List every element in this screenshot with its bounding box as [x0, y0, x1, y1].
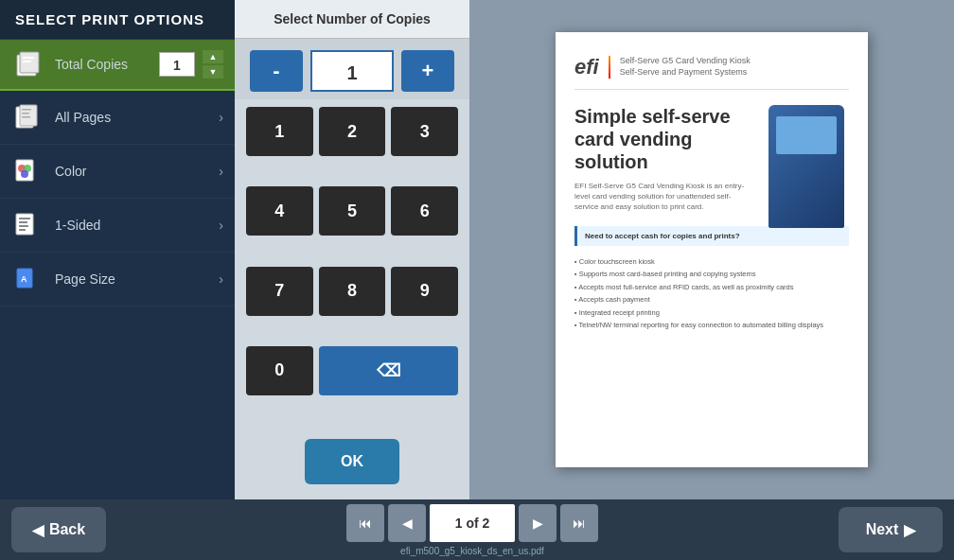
next-arrow-icon: ▶	[904, 521, 915, 539]
copies-value-display: 1	[159, 52, 195, 77]
numpad-value: 1	[310, 50, 394, 92]
numpad-display-area: - 1 +	[235, 39, 469, 99]
copies-value-wrapper: 1 ▲ ▼	[159, 49, 223, 79]
color-label: Color	[55, 164, 219, 179]
num-8-button[interactable]: 8	[319, 267, 386, 316]
all-pages-icon	[11, 100, 45, 134]
numpad-display: - 1 +	[250, 50, 454, 92]
pagination-controls: ⏮ ◀ 1 of 2 ▶ ⏭	[346, 504, 598, 542]
sidebar: Select Print Options Total Copies 1 ▲ ▼	[0, 0, 235, 499]
num-2-button[interactable]: 2	[319, 107, 386, 156]
logo-tagline: Self-Serve G5 Card Vending Kiosk Self-Se…	[620, 56, 751, 78]
svg-rect-17	[19, 229, 26, 231]
svg-rect-16	[19, 225, 28, 227]
plus-button[interactable]: +	[401, 50, 454, 92]
doc-bullets: Color touchscreen kiosk Supports most ca…	[574, 255, 849, 332]
svg-rect-6	[22, 109, 31, 111]
svg-rect-5	[20, 105, 37, 126]
sidebar-item-color[interactable]: Color ›	[0, 145, 235, 199]
ok-button[interactable]: OK	[305, 439, 399, 484]
svg-rect-14	[19, 218, 30, 219]
total-copies-label: Total Copies	[55, 57, 159, 72]
svg-rect-15	[19, 221, 27, 223]
bottom-bar: ◀ Back ⏮ ◀ 1 of 2 ▶ ⏭ efi_m500_g5_kiosk_…	[0, 499, 954, 560]
sidebar-item-page-size[interactable]: A Page Size ›	[0, 253, 235, 306]
num-4-button[interactable]: 4	[246, 186, 313, 236]
num-9-button[interactable]: 9	[391, 267, 458, 316]
svg-point-12	[21, 170, 28, 178]
numpad-header: Select Number of Copies	[235, 0, 469, 39]
pagesize-label: Page Size	[55, 271, 219, 287]
color-arrow: ›	[219, 164, 223, 179]
sidebar-header: Select Print Options	[0, 0, 235, 40]
numpad-panel: Select Number of Copies - 1 + 1 2 3 4 5 …	[235, 0, 469, 499]
numpad-ok-row: OK	[235, 428, 469, 499]
efi-logo: efi	[574, 55, 599, 79]
numpad-grid: 1 2 3 4 5 6 7 8 9 0 ⌫	[235, 99, 469, 428]
sidebar-item-all-pages[interactable]: All Pages ›	[0, 91, 235, 145]
copies-spinners: ▲ ▼	[203, 49, 223, 79]
svg-text:A: A	[21, 274, 27, 284]
preview-document: efi Self-Serve G5 Card Vending Kiosk Sel…	[556, 32, 868, 467]
onesided-label: 1-Sided	[55, 218, 219, 233]
doc-highlight: Need to accept cash for copies and print…	[574, 226, 849, 246]
num-0-button[interactable]: 0	[246, 346, 313, 395]
onesided-icon	[11, 208, 45, 242]
onesided-arrow: ›	[219, 218, 223, 233]
svg-rect-8	[22, 116, 30, 118]
page-first-button[interactable]: ⏮	[346, 504, 384, 542]
svg-rect-7	[22, 113, 29, 114]
svg-rect-2	[23, 57, 34, 59]
backspace-button[interactable]: ⌫	[319, 346, 458, 395]
filename-label: efi_m500_g5_kiosk_ds_en_us.pdf	[400, 546, 544, 556]
back-button[interactable]: ◀ Back	[11, 507, 106, 552]
sidebar-item-1sided[interactable]: 1-Sided ›	[0, 199, 235, 253]
pagesize-icon: A	[11, 262, 45, 296]
preview-area: efi Self-Serve G5 Card Vending Kiosk Sel…	[469, 0, 954, 499]
num-1-button[interactable]: 1	[246, 107, 313, 156]
next-label: Next	[866, 521, 899, 538]
sidebar-item-total-copies[interactable]: Total Copies 1 ▲ ▼	[0, 40, 235, 91]
doc-logo-row: efi Self-Serve G5 Card Vending Kiosk Sel…	[574, 55, 849, 90]
minus-button[interactable]: -	[250, 50, 303, 92]
num-6-button[interactable]: 6	[391, 186, 458, 236]
num-7-button[interactable]: 7	[246, 267, 313, 316]
page-next-button[interactable]: ▶	[519, 504, 556, 542]
num-3-button[interactable]: 3	[391, 107, 458, 156]
copies-up-button[interactable]: ▲	[203, 50, 223, 63]
page-indicator: 1 of 2	[430, 504, 515, 542]
svg-rect-3	[23, 61, 31, 62]
copies-icon	[11, 47, 45, 81]
color-icon	[11, 154, 45, 188]
back-label: Back	[49, 521, 85, 538]
page-last-button[interactable]: ⏭	[560, 504, 598, 542]
page-prev-button[interactable]: ◀	[388, 504, 426, 542]
num-5-button[interactable]: 5	[319, 186, 386, 236]
logo-divider	[609, 56, 610, 79]
all-pages-label: All Pages	[55, 110, 219, 125]
next-button[interactable]: Next ▶	[839, 507, 943, 552]
copies-down-button[interactable]: ▼	[203, 65, 223, 79]
pagesize-arrow: ›	[219, 271, 223, 287]
back-arrow-icon: ◀	[32, 521, 44, 539]
svg-rect-13	[16, 214, 33, 235]
all-pages-arrow: ›	[219, 110, 223, 125]
kiosk-illustration	[764, 105, 849, 228]
